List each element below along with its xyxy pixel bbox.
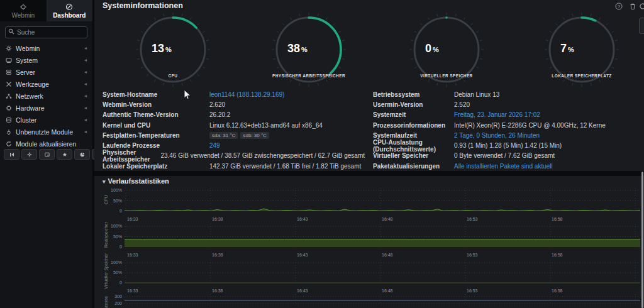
- tab-webmin[interactable]: Webmin: [0, 0, 47, 21]
- chart-xtick-label: 16:43: [297, 217, 308, 221]
- disk-temp-badge-sda: sda: 31 °C: [209, 132, 238, 139]
- collapse-icon: [9, 152, 14, 157]
- chart-xtick-label: 16:33: [127, 217, 138, 221]
- side-panel-toggle-button[interactable]: [639, 18, 644, 34]
- chevron-left-icon: ◂: [84, 129, 87, 135]
- chart-ytick-label: 100%: [101, 260, 122, 265]
- chart-ytick-label: 0: [101, 245, 122, 249]
- network-icon: [6, 93, 16, 99]
- help-icon[interactable]: ?: [615, 3, 623, 10]
- chart-xtick-label: 16:33: [127, 253, 138, 257]
- chart-ytick-label: 200: [101, 301, 122, 305]
- history-stats-header[interactable]: ▾Verlaufsstatistiken: [103, 177, 169, 185]
- sidebar-item-label: Webmin: [16, 45, 40, 52]
- process-count-link[interactable]: 249: [209, 142, 220, 149]
- search-input[interactable]: [5, 26, 87, 38]
- main-content: Systeminformationen ? 13% CPU 38% PHYSIS…: [94, 0, 644, 308]
- sidebar-item-hardware[interactable]: Hardware ◂: [0, 102, 92, 114]
- sidebar-item-webmin[interactable]: Webmin ◂: [0, 42, 92, 54]
- info-row-os: BetriebssystemDebian Linux 13: [365, 89, 644, 99]
- sidebar-item-label: Unbenutzte Module: [16, 128, 73, 136]
- chart-xtick-label: 16:58: [552, 217, 563, 221]
- gear-icon: [6, 45, 16, 52]
- svg-text:CPU: CPU: [169, 74, 178, 78]
- collapse-sidebar-button[interactable]: [4, 149, 19, 160]
- info-row-kernel: Kernel und CPULinux 6.12.63+deb13-amd64 …: [94, 120, 365, 130]
- page-title: Systeminformationen: [103, 1, 183, 10]
- sidebar-menu: Webmin ◂ System ◂ Server ◂ Werkzeuge ◂ N…: [0, 42, 92, 150]
- chart-xtick-label: 16:53: [467, 253, 478, 257]
- chart-xtick-label: 16:33: [127, 289, 138, 293]
- trash-icon[interactable]: [629, 3, 636, 10]
- gauge-cpu: 13% CPU: [134, 11, 212, 89]
- chart-xtick-label: 16:43: [297, 289, 308, 293]
- sidebar-item-server[interactable]: Server ◂: [0, 66, 92, 78]
- sidebar-item-label: Netzwerk: [16, 92, 43, 100]
- history-stats-title: Verlaufsstatistiken: [108, 177, 169, 185]
- svg-text:38%: 38%: [287, 42, 308, 55]
- sidebar-item-system[interactable]: System ◂: [0, 54, 92, 66]
- svg-text:VIRTUELLER SPEICHER: VIRTUELLER SPEICHER: [420, 74, 472, 78]
- chart-xtick-label: 16:53: [467, 289, 478, 293]
- database-icon: [6, 117, 16, 123]
- sidebar-item-label: Module aktualisieren: [16, 140, 76, 148]
- system-time-link[interactable]: Freitag, 23. Januar 2026 17:02: [454, 111, 540, 118]
- chevron-left-icon: ◂: [84, 105, 87, 111]
- sidebar: Webmin Dashboard Webmin ◂ System ◂: [0, 0, 92, 308]
- sidebar-item-label: Hardware: [16, 104, 45, 112]
- refresh-icon[interactable]: [639, 3, 644, 10]
- system-info-right-column: BetriebssystemDebian Linux 13 Usermin-Ve…: [365, 89, 644, 171]
- tab-webmin-label: Webmin: [12, 12, 35, 19]
- plug-icon: [6, 129, 16, 135]
- package-updates-link[interactable]: Alle installierten Pakete sind aktuell: [454, 163, 553, 170]
- hostname-link[interactable]: leon1144 (188.138.29.169): [209, 91, 284, 98]
- tools-icon: [6, 81, 16, 87]
- chart-xtick-label: 16:48: [382, 289, 393, 293]
- refresh-icon: [6, 141, 16, 147]
- favorites-button[interactable]: [57, 149, 72, 160]
- sidebar-item-cluster[interactable]: Cluster ◂: [0, 114, 92, 126]
- section-separator: [94, 171, 644, 176]
- chart-ytick-label: 50%: [101, 270, 122, 275]
- chart-ytick-label: 300: [101, 294, 122, 299]
- svg-text:?: ?: [618, 4, 620, 9]
- svg-text:7%: 7%: [560, 42, 574, 55]
- chevron-left-icon: ◂: [84, 69, 87, 75]
- tab-dashboard[interactable]: Dashboard: [47, 0, 93, 21]
- sidebar-item-netzwerk[interactable]: Netzwerk ◂: [0, 90, 92, 102]
- gauge-local-disk: 7% LOKALER SPEICHERPLATZ: [543, 11, 621, 89]
- system-info-left-column: System-Hostnameleon1144 (188.138.29.169)…: [94, 89, 365, 171]
- sidebar-item-module-aktualisieren[interactable]: Module aktualisieren: [0, 138, 92, 150]
- chart-xtick-label: 16:38: [212, 289, 223, 293]
- sidebar-item-label: Werkzeuge: [16, 80, 49, 88]
- chart-xtick-label: 16:53: [467, 217, 478, 221]
- sysinfo-button[interactable]: [39, 149, 55, 160]
- sidebar-item-werkzeuge[interactable]: Werkzeuge ◂: [0, 78, 92, 90]
- uptime-link[interactable]: 2 Tage, 0 Stunden, 26 Minuten: [454, 132, 540, 139]
- info-row-system-time: SystemzeitFreitag, 23. Januar 2026 17:02: [365, 110, 644, 120]
- dashboard-gauge-icon: [65, 3, 73, 11]
- search-box: [5, 26, 87, 38]
- scrollbar-thumb[interactable]: [641, 172, 643, 308]
- chevron-left-icon: ◂: [84, 45, 87, 51]
- gauge-physical-memory: 38% PHYSISCHER ARBEITSSPEICHER: [270, 11, 348, 89]
- info-row-usermin-version: Usermin-Version2.520: [365, 99, 644, 109]
- screen-icon: [45, 152, 50, 157]
- settings-button[interactable]: [21, 149, 37, 160]
- chart-xtick-label: 16:43: [297, 253, 308, 257]
- pie-chart-icon: [80, 152, 85, 157]
- server-icon: [6, 69, 16, 75]
- info-row-cpu-info: ProzessorinformationenIntel(R) Xeon(R) E…: [365, 120, 644, 130]
- sidebar-item-unbenutzte-module[interactable]: Unbenutzte Module ◂: [0, 126, 92, 138]
- chart-xtick-label: 16:38: [212, 217, 223, 221]
- info-row-load-average: CPU-Auslastung (Durchschnittswerte)0.93 …: [365, 140, 644, 150]
- monitor-icon: [6, 57, 16, 63]
- info-row-package-updates: PaketaktualisierungenAlle installierten …: [365, 161, 644, 171]
- sidebar-item-label: Server: [16, 69, 35, 76]
- stats-button[interactable]: [74, 149, 90, 160]
- svg-text:PHYSISCHER ARBEITSSPEICHER: PHYSISCHER ARBEITSSPEICHER: [272, 74, 345, 78]
- chart-ytick-label: 100%: [101, 188, 122, 192]
- webmin-dashboard: Webmin Dashboard Webmin ◂ System ◂: [0, 0, 644, 308]
- info-row-webmin-version: Webmin-Version2.620: [94, 99, 365, 109]
- sidebar-item-label: System: [16, 57, 38, 64]
